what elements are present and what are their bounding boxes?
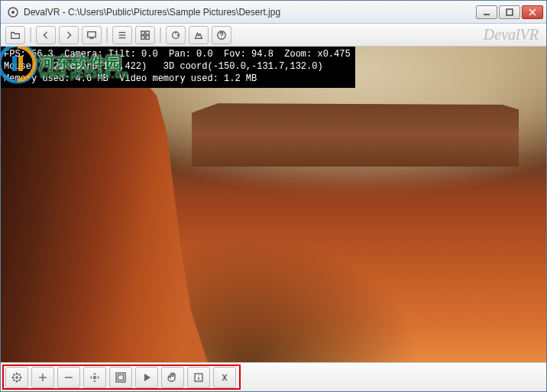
svg-point-24	[20, 377, 21, 378]
svg-rect-6	[88, 31, 96, 37]
window-title: DevalVR - C:\Users\Public\Pictures\Sampl…	[24, 7, 476, 18]
minimize-button[interactable]	[476, 5, 497, 19]
rotate-button[interactable]	[166, 26, 186, 44]
slideshow-button[interactable]	[82, 26, 102, 44]
about-button[interactable]	[212, 26, 231, 44]
hand-button[interactable]	[161, 367, 184, 388]
svg-point-23	[12, 377, 14, 378]
next-button[interactable]	[59, 26, 79, 44]
watermark-logo-icon	[1, 47, 38, 84]
svg-point-20	[16, 377, 18, 378]
zoom-in-button[interactable]	[31, 367, 54, 388]
open-button[interactable]	[5, 26, 25, 44]
svg-point-22	[16, 381, 18, 382]
toolbar-separator	[160, 28, 161, 43]
svg-point-32	[94, 376, 96, 378]
auto-rotate-button[interactable]	[5, 367, 28, 388]
svg-point-27	[14, 379, 15, 380]
grid-button[interactable]	[135, 26, 155, 44]
zoom-out-button[interactable]	[57, 367, 80, 388]
app-window: DevalVR - C:\Users\Public\Pictures\Sampl…	[0, 0, 547, 392]
list-button[interactable]	[112, 26, 132, 44]
stereo-button[interactable]	[213, 367, 236, 388]
watermark-url: www.pc0359.cn	[40, 68, 129, 80]
svg-point-28	[19, 379, 20, 380]
svg-rect-19	[18, 56, 23, 71]
top-toolbar: DevalVR	[1, 24, 546, 47]
pan-button[interactable]	[83, 367, 106, 388]
panorama-image	[1, 47, 546, 362]
prev-button[interactable]	[36, 26, 56, 44]
brand-label: DevalVR	[484, 26, 539, 44]
svg-point-26	[19, 374, 20, 374]
settings-button[interactable]	[189, 26, 209, 44]
svg-point-25	[14, 374, 15, 374]
svg-rect-12	[146, 31, 149, 34]
close-button[interactable]	[522, 5, 543, 19]
fullscreen-button[interactable]	[109, 367, 132, 388]
svg-rect-13	[141, 35, 144, 38]
svg-rect-14	[146, 35, 149, 38]
app-icon	[7, 6, 19, 18]
svg-point-21	[16, 373, 18, 374]
info-button[interactable]	[187, 367, 210, 388]
svg-point-1	[11, 11, 15, 14]
bottom-toolbar	[1, 362, 546, 391]
toolbar-separator	[106, 28, 108, 43]
viewport[interactable]: FPS: 56.3 Camera: Tilt: 0.0 Pan: 0.0 Fov…	[1, 47, 546, 362]
svg-rect-3	[507, 9, 513, 15]
svg-rect-18	[12, 56, 17, 71]
svg-rect-11	[141, 31, 144, 34]
watermark: 河东软件园 www.pc0359.cn	[1, 47, 122, 84]
maximize-button[interactable]	[499, 5, 520, 19]
window-controls	[476, 5, 543, 19]
toolbar-separator	[30, 28, 31, 43]
titlebar[interactable]: DevalVR - C:\Users\Public\Pictures\Sampl…	[1, 1, 546, 24]
play-button[interactable]	[135, 367, 158, 388]
svg-rect-34	[118, 374, 124, 380]
